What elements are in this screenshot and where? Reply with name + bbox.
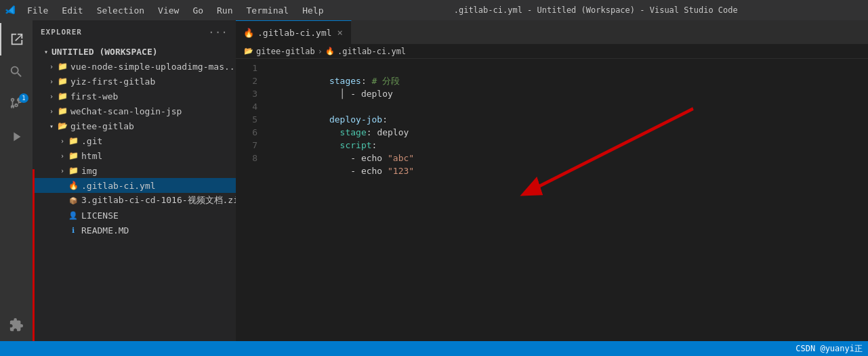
list-item[interactable]: › 📁 first-web: [33, 89, 236, 104]
workspace-root[interactable]: ▾ UNTITLED (WORKSPACE): [33, 44, 236, 59]
menu-help[interactable]: Help: [297, 4, 329, 17]
extensions-activity-icon[interactable]: [0, 309, 33, 341]
folder-icon: 📁: [57, 91, 68, 102]
folder-chevron: ›: [57, 135, 68, 146]
folder-chevron: ›: [46, 61, 57, 72]
title-bar: File Edit Selection View Go Run Terminal…: [0, 0, 868, 20]
license-file-icon: 👤: [68, 210, 79, 221]
vscode-logo: [5, 5, 16, 16]
line-number: 2: [252, 74, 257, 87]
folder-chevron: ›: [57, 165, 68, 176]
breadcrumb-folder-label: gitee-gitlab: [256, 47, 315, 56]
line-number: 5: [252, 113, 257, 126]
sidebar-actions[interactable]: ···: [208, 26, 228, 39]
explorer-title: EXPLORER: [41, 28, 82, 37]
list-item[interactable]: › 📁 vue-node-simple-uploadimg-mas...: [33, 59, 236, 74]
menu-view[interactable]: View: [152, 4, 184, 17]
tab-close-button[interactable]: ×: [337, 27, 343, 38]
gitlab-file-icon: 🔥: [68, 180, 79, 191]
tab-bar: 🔥 .gitlab-ci.yml ×: [236, 20, 868, 44]
menu-go[interactable]: Go: [187, 4, 209, 17]
item-label: yiz-first-gitlab: [70, 76, 155, 87]
workspace-label: UNTITLED (WORKSPACE): [51, 47, 158, 57]
editor-area: 🔥 .gitlab-ci.yml × 📂 gitee-gitlab › 🔥 .g…: [236, 20, 868, 341]
list-item[interactable]: › 🔥 .gitlab-ci.yml: [33, 178, 236, 193]
list-item[interactable]: › 📦 3.gitlab-ci-cd-1016-视频文档.zip: [33, 193, 236, 208]
workspace-chevron: ▾: [41, 46, 51, 57]
folder-chevron: ›: [57, 150, 68, 161]
code-editor[interactable]: 1 2 3 4 5 6 7 8 stages: # 分段 │: [236, 59, 868, 341]
item-label: README.MD: [81, 225, 129, 236]
menu-terminal[interactable]: Terminal: [241, 4, 295, 17]
breadcrumb-folder: 📂 gitee-gitlab: [244, 47, 315, 56]
menu-selection[interactable]: Selection: [91, 4, 150, 17]
list-item[interactable]: › 👤 LICENSE: [33, 208, 236, 223]
item-label: 3.gitlab-ci-cd-1016-视频文档.zip: [81, 194, 236, 206]
readme-file-icon: ℹ: [68, 225, 79, 236]
activity-bar: 1: [0, 20, 33, 341]
item-label: img: [81, 166, 97, 176]
line-number: 4: [252, 100, 257, 113]
zip-file-icon: 📦: [68, 195, 79, 206]
source-control-badge: 1: [19, 93, 28, 103]
code-line-4: deploy-job:: [263, 100, 868, 113]
line-number: 1: [252, 62, 257, 74]
tab-gitlab-ci[interactable]: 🔥 .gitlab-ci.yml ×: [236, 20, 352, 44]
folder-chevron: ›: [46, 106, 57, 116]
source-control-activity-icon[interactable]: 1: [0, 88, 33, 120]
item-label: .git: [81, 136, 102, 146]
menu-edit[interactable]: Edit: [56, 4, 88, 17]
folder-chevron: ›: [46, 91, 57, 102]
list-item[interactable]: › 📁 img: [33, 163, 236, 178]
line-number: 3: [252, 87, 257, 100]
status-bar: CSDN @yuanyi正: [0, 341, 868, 356]
line-number: 8: [252, 152, 257, 164]
list-item[interactable]: ▾ 📂 gitee-gitlab: [33, 118, 236, 133]
red-border-indicator: [33, 169, 35, 341]
sidebar: EXPLORER ··· ▾ UNTITLED (WORKSPACE) › 📁 …: [33, 20, 236, 341]
search-activity-icon[interactable]: [0, 55, 33, 88]
code-line-1: stages: # 分段: [263, 62, 868, 74]
line-number: 7: [252, 139, 257, 152]
item-label: .gitlab-ci.yml: [81, 181, 156, 191]
sidebar-content: ▾ UNTITLED (WORKSPACE) › 📁 vue-node-simp…: [33, 44, 236, 341]
line-number: 6: [252, 126, 257, 139]
item-label: vue-node-simple-uploadimg-mas...: [70, 62, 236, 72]
folder-icon: 📂: [57, 120, 68, 131]
item-label: gitee-gitlab: [70, 121, 134, 131]
item-label: html: [81, 151, 102, 161]
breadcrumb: 📂 gitee-gitlab › 🔥 .gitlab-ci.yml: [236, 44, 868, 59]
folder-icon: 📁: [68, 165, 79, 176]
breadcrumb-separator: ›: [318, 47, 323, 56]
list-item[interactable]: › 📁 yiz-first-gitlab: [33, 74, 236, 89]
folder-icon: 📁: [68, 150, 79, 161]
window-title: .gitlab-ci.yml - Untitled (Workspace) - …: [329, 5, 863, 15]
explorer-activity-icon[interactable]: [0, 23, 33, 55]
sidebar-container: EXPLORER ··· ▾ UNTITLED (WORKSPACE) › 📁 …: [33, 20, 236, 341]
tab-label: .gitlab-ci.yml: [257, 28, 332, 38]
line-numbers: 1 2 3 4 5 6 7 8: [236, 59, 263, 341]
folder-icon: 📁: [57, 61, 68, 72]
folder-icon: 📁: [57, 106, 68, 116]
breadcrumb-file-icon: 🔥: [325, 47, 335, 55]
list-item[interactable]: › 📁 .git: [33, 133, 236, 148]
sidebar-header: EXPLORER ···: [33, 20, 236, 44]
list-item[interactable]: › 📁 html: [33, 148, 236, 163]
tab-gitlab-icon: 🔥: [244, 28, 253, 37]
menu-file[interactable]: File: [22, 4, 54, 17]
menu-run[interactable]: Run: [211, 4, 238, 17]
folder-chevron: ›: [46, 76, 57, 87]
breadcrumb-folder-icon: 📂: [244, 47, 253, 55]
list-item[interactable]: › ℹ README.MD: [33, 223, 236, 238]
editor-wrapper: 1 2 3 4 5 6 7 8 stages: # 分段 │: [236, 59, 868, 341]
code-content: stages: # 分段 │ - deploy deploy-job: st: [263, 59, 868, 341]
folder-chevron: ▾: [46, 120, 57, 131]
status-bar-text: CSDN @yuanyi正: [795, 343, 863, 355]
list-item[interactable]: › 📁 weChat-scan-login-jsp: [33, 104, 236, 118]
item-label: weChat-scan-login-jsp: [70, 106, 182, 116]
folder-icon: 📁: [57, 76, 68, 87]
folder-icon: 📁: [68, 135, 79, 146]
run-debug-activity-icon[interactable]: [0, 120, 33, 153]
item-label: first-web: [70, 91, 118, 102]
item-label: LICENSE: [81, 210, 119, 221]
